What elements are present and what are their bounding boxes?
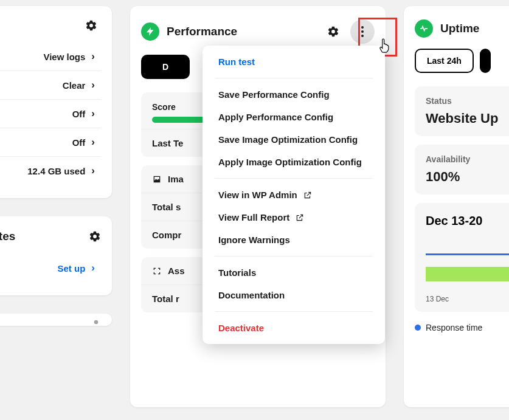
uptime-card: Uptime Last 24h Status Website Up Availa…: [404, 6, 509, 407]
left-card-a: View logs › Clear › Off › Off › 12.4 GB …: [0, 6, 112, 198]
expand-icon: [152, 266, 162, 276]
dd-ignore[interactable]: Ignore Warnings: [203, 229, 385, 251]
chevron-right-icon: ›: [91, 136, 95, 148]
primary-button-label: D: [162, 62, 168, 72]
dd-label: Save Image Optimization Config: [218, 134, 358, 145]
availability-label: Availability: [426, 154, 509, 164]
dd-label: Documentation: [218, 290, 285, 300]
left-item-off-1[interactable]: Off ›: [0, 99, 101, 128]
availability-value: 100%: [426, 169, 509, 185]
range-label: Last 24h: [427, 56, 462, 66]
chevron-right-icon: ›: [91, 50, 95, 63]
compression-label: Compr: [152, 230, 181, 240]
range-next-button[interactable]: [480, 49, 491, 73]
dd-save-perf[interactable]: Save Performance Config: [203, 83, 385, 106]
dd-label: Run test: [218, 57, 255, 67]
dd-label: View in WP Admin: [218, 190, 297, 200]
external-link-icon: [303, 191, 312, 199]
dd-apply-img[interactable]: Apply Image Optimization Config: [203, 151, 385, 173]
availability-block: Availability 100%: [415, 145, 509, 195]
dd-label: Deactivate: [218, 323, 264, 333]
uptime-title: Uptime: [440, 22, 509, 35]
gear-icon[interactable]: [90, 316, 102, 328]
left-item-label: View logs: [43, 52, 85, 62]
left-item-label: 12.4 GB used: [27, 166, 85, 176]
dd-label: Apply Image Optimization Config: [218, 157, 362, 167]
dd-label: View Full Report: [218, 212, 289, 222]
left-item-off-2[interactable]: Off ›: [0, 128, 101, 156]
gear-icon[interactable]: [89, 230, 101, 243]
bolt-icon: [141, 22, 159, 41]
legend-label: Response time: [426, 323, 482, 332]
image-icon: [152, 174, 162, 184]
dd-view-wp[interactable]: View in WP Admin: [203, 184, 385, 206]
chevron-right-icon: ›: [91, 165, 95, 177]
dd-label: Save Performance Config: [218, 89, 330, 100]
dd-docs[interactable]: Documentation: [203, 284, 385, 306]
chart-line: [426, 253, 509, 255]
dd-apply-perf[interactable]: Apply Performance Config: [203, 106, 385, 128]
legend-response: Response time: [415, 323, 509, 332]
left-item-clear[interactable]: Clear ›: [0, 71, 101, 99]
chart-bar: [426, 267, 509, 281]
image-row-label: Ima: [168, 174, 184, 184]
dd-run-test[interactable]: Run test: [203, 50, 385, 73]
kebab-dropdown: Run test Save Performance Config Apply P…: [203, 46, 385, 344]
external-link-icon: [296, 213, 304, 222]
left-item-label: Clear: [63, 80, 86, 91]
uptime-chart: Dec 13-20 13 Dec: [415, 203, 509, 312]
heartbeat-icon: [415, 19, 433, 38]
gear-icon[interactable]: [327, 26, 339, 38]
chevron-right-icon: ›: [91, 108, 95, 120]
total-s-label: Total s: [152, 202, 181, 212]
status-block: Status Website Up: [415, 86, 509, 136]
dd-label: Apply Performance Config: [218, 112, 333, 122]
primary-button[interactable]: D: [141, 55, 190, 79]
chevron-right-icon: ›: [91, 262, 95, 274]
last-test-label: Last Te: [152, 138, 183, 148]
dd-save-img[interactable]: Save Image Optimization Config: [203, 128, 385, 151]
setup-action[interactable]: Set up ›: [0, 254, 101, 282]
status-label: Status: [426, 96, 509, 106]
dd-view-report[interactable]: View Full Report: [203, 206, 385, 229]
left-card-b: lates Set up ›: [0, 216, 112, 295]
range-button[interactable]: Last 24h: [415, 49, 474, 73]
status-value: Website Up: [426, 111, 509, 126]
total-r-label: Total r: [152, 294, 179, 304]
gear-icon[interactable]: [85, 19, 97, 32]
chart-xlabel: 13 Dec: [426, 295, 509, 303]
left-item-storage[interactable]: 12.4 GB used ›: [0, 156, 101, 185]
setup-label: Set up: [57, 263, 85, 274]
left-item-view-logs[interactable]: View logs ›: [0, 43, 101, 71]
dots-vertical-icon: [361, 26, 364, 38]
dd-label: Tutorials: [218, 267, 256, 278]
dd-deactivate[interactable]: Deactivate: [203, 317, 385, 339]
dd-label: Ignore Warnings: [218, 235, 290, 245]
templates-title: lates: [0, 230, 81, 243]
legend-dot-icon: [415, 325, 421, 331]
chevron-right-icon: ›: [91, 79, 95, 91]
dd-tutorials[interactable]: Tutorials: [203, 261, 385, 284]
assets-label: Ass: [168, 266, 185, 276]
left-card-c: [0, 314, 112, 326]
left-item-label: Off: [72, 137, 86, 148]
left-item-label: Off: [72, 109, 86, 119]
performance-title: Performance: [167, 25, 320, 38]
chart-title: Dec 13-20: [426, 214, 509, 228]
kebab-menu-button[interactable]: [350, 19, 375, 44]
